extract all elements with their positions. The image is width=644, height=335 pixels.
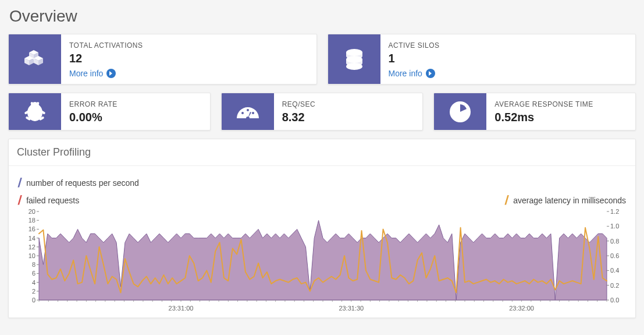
svg-text:0.8: 0.8: [610, 238, 619, 245]
svg-text:0: 0: [32, 297, 35, 304]
card-error-rate: ERROR RATE 0.00%: [8, 93, 211, 131]
svg-text:14: 14: [29, 235, 35, 242]
svg-text:0.0: 0.0: [610, 297, 619, 304]
card-label: ERROR RATE: [69, 100, 202, 108]
activations-icon: [9, 34, 61, 84]
requests-mark-icon: /: [17, 177, 22, 189]
card-label: ACTIVE SILOS: [389, 41, 628, 50]
cards-row-bottom: ERROR RATE 0.00% REQ/SEC 8.32: [8, 93, 636, 131]
card-avg-response: AVERAGE RESPONSE TIME 0.52ms: [433, 93, 636, 131]
svg-text:8: 8: [32, 261, 35, 268]
card-value: 0.52ms: [494, 111, 627, 124]
arrow-right-icon: [106, 69, 116, 78]
card-label: TOTAL ACTIVATIONS: [69, 41, 308, 50]
svg-point-14: [246, 117, 250, 120]
panel-title: Cluster Profiling: [9, 139, 635, 166]
svg-text:18: 18: [29, 217, 35, 224]
svg-text:1.0: 1.0: [610, 223, 619, 230]
more-info-link[interactable]: More info: [389, 69, 628, 78]
svg-text:20: 20: [29, 209, 35, 215]
svg-text:0.4: 0.4: [610, 267, 619, 274]
svg-point-12: [247, 109, 249, 111]
svg-text:16: 16: [29, 225, 35, 232]
svg-point-11: [241, 112, 244, 114]
card-req-sec: REQ/SEC 8.32: [221, 93, 424, 131]
more-info-text: More info: [389, 69, 422, 78]
arrow-right-icon: [426, 69, 435, 78]
failed-mark-icon: /: [17, 194, 22, 207]
legend-label: number of requests per second: [26, 178, 139, 188]
svg-text:12: 12: [29, 244, 35, 251]
card-value: 12: [69, 52, 308, 65]
svg-point-2: [346, 63, 362, 70]
legend-latency: / average latency in milliseconds: [501, 194, 629, 207]
page-title: Overview: [9, 7, 636, 26]
error-icon: [9, 93, 61, 130]
gauge-icon: [222, 93, 274, 130]
svg-point-13: [252, 112, 254, 114]
card-label: AVERAGE RESPONSE TIME: [494, 100, 627, 108]
cluster-profiling-panel: Cluster Profiling / number of requests p…: [8, 139, 636, 318]
svg-text:23:32:00: 23:32:00: [509, 305, 534, 312]
card-value: 1: [389, 52, 628, 65]
silos-icon: [328, 34, 380, 84]
card-value: 8.32: [282, 111, 415, 124]
svg-text:2: 2: [32, 288, 35, 295]
svg-text:0.6: 0.6: [610, 252, 619, 259]
card-active-silos: ACTIVE SILOS 1 More info: [328, 34, 636, 84]
legend-label: failed requests: [26, 196, 79, 205]
svg-text:23:31:00: 23:31:00: [169, 305, 194, 312]
svg-text:23:31:30: 23:31:30: [339, 305, 364, 312]
more-info-text: More info: [69, 69, 103, 78]
svg-text:10: 10: [29, 252, 35, 259]
cluster-chart: 024681012141618200.00.20.40.60.81.01.223…: [15, 209, 629, 314]
clock-icon: [434, 93, 486, 130]
card-label: REQ/SEC: [282, 100, 415, 108]
more-info-link[interactable]: More info: [69, 69, 308, 78]
chart-svg: 024681012141618200.00.20.40.60.81.01.223…: [15, 209, 631, 314]
legend-label: average latency in milliseconds: [513, 196, 626, 205]
svg-text:1.2: 1.2: [610, 209, 619, 215]
svg-text:0.2: 0.2: [610, 282, 619, 289]
legend-requests: / number of requests per second: [15, 177, 629, 189]
svg-text:4: 4: [32, 279, 35, 286]
latency-mark-icon: /: [504, 194, 509, 207]
card-value: 0.00%: [69, 111, 202, 124]
legend-failed: / failed requests: [15, 194, 79, 207]
card-total-activations: TOTAL ACTIVATIONS 12 More info: [8, 34, 317, 84]
cards-row-top: TOTAL ACTIVATIONS 12 More info: [8, 34, 636, 84]
svg-text:6: 6: [32, 270, 35, 277]
